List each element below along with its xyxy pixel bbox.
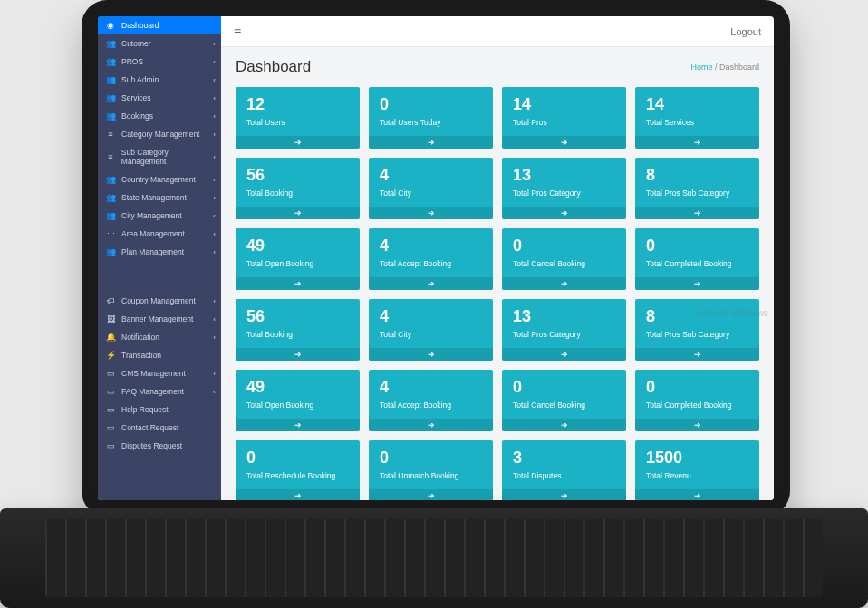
sidebar-item-bookings[interactable]: 👥Bookings‹ (98, 107, 221, 125)
sidebar-item-disputes-request[interactable]: ▭Disputes Request (98, 437, 221, 455)
chevron-left-icon: ‹ (213, 333, 216, 342)
stat-card[interactable]: 8Total Pros Sub Category➜ (635, 158, 759, 219)
sidebar-item-help-request[interactable]: ▭Help Request (98, 401, 221, 419)
device-keyboard (0, 508, 868, 608)
users-icon: 👥 (105, 175, 116, 184)
stat-card[interactable]: 4Total Accept Booking➜ (369, 228, 493, 290)
arrow-right-icon[interactable]: ➜ (635, 207, 759, 219)
sidebar-item-cutomer[interactable]: 👥Cutomer‹ (98, 34, 221, 53)
sidebar-item-category-management[interactable]: ≡Category Management‹ (98, 125, 221, 143)
arrow-right-icon[interactable]: ➜ (236, 489, 360, 500)
sidebar-item-country-management[interactable]: 👥Country Management‹ (98, 170, 221, 188)
faq-icon: ▭ (105, 387, 116, 396)
arrow-right-icon[interactable]: ➜ (369, 419, 493, 431)
arrow-right-icon[interactable]: ➜ (502, 136, 626, 149)
arrow-right-icon[interactable]: ➜ (635, 277, 759, 290)
arrow-right-icon[interactable]: ➜ (635, 348, 759, 361)
arrow-right-icon[interactable]: ➜ (369, 348, 493, 361)
stat-value: 0 (646, 237, 748, 254)
arrow-right-icon[interactable]: ➜ (369, 136, 493, 149)
stat-card[interactable]: 49Total Open Booking➜ (236, 370, 360, 431)
arrow-right-icon[interactable]: ➜ (236, 277, 360, 290)
breadcrumb-home-link[interactable]: Home (690, 63, 712, 72)
arrow-right-icon[interactable]: ➜ (369, 277, 493, 290)
stat-card[interactable]: 0Total Reschedule Booking➜ (236, 440, 360, 500)
stat-label: Total Pros Category (513, 330, 615, 339)
sidebar-item-sub-admin[interactable]: 👥Sub Admin‹ (98, 71, 221, 89)
sidebar-item-cms-management[interactable]: ▭CMS Management‹ (98, 364, 221, 382)
sidebar-item-contact-request[interactable]: ▭Contact Request (98, 419, 221, 437)
stat-card[interactable]: 0Total Cancel Booking➜ (502, 228, 626, 290)
arrow-right-icon[interactable]: ➜ (236, 136, 360, 149)
arrow-right-icon[interactable]: ➜ (635, 489, 759, 500)
stat-label: Total Completed Booking (646, 259, 748, 268)
stat-value: 0 (513, 379, 615, 395)
sidebar-item-label: State Management (121, 193, 187, 202)
stat-label: Total Users (246, 118, 349, 127)
stat-card[interactable]: 4Total Accept Booking➜ (369, 370, 493, 431)
stat-value: 4 (380, 308, 482, 324)
stat-label: Total Pros Sub Category (646, 330, 748, 339)
sidebar-item-pros[interactable]: 👥PROS‹ (98, 53, 221, 71)
arrow-right-icon[interactable]: ➜ (502, 277, 626, 290)
arrow-right-icon[interactable]: ➜ (236, 348, 360, 361)
cms-icon: ▭ (105, 369, 116, 378)
page-title: Dashboard (236, 58, 311, 76)
stat-card[interactable]: 1500Total Revenu➜ (635, 440, 759, 500)
sidebar-item-state-management[interactable]: 👥State Management‹ (98, 188, 221, 207)
sidebar-item-area-management[interactable]: ⋯Area Management‹ (98, 225, 221, 243)
stat-value: 1500 (646, 449, 748, 466)
stat-card[interactable]: 13Total Pros Category➜ (502, 299, 626, 361)
sidebar-item-transaction[interactable]: ⚡Transaction (98, 346, 221, 364)
arrow-right-icon[interactable]: ➜ (502, 419, 626, 431)
stat-label: Total Completed Booking (646, 401, 748, 410)
users-icon: 👥 (105, 111, 116, 121)
arrow-right-icon[interactable]: ➜ (502, 489, 626, 500)
logout-link[interactable]: Logout (730, 26, 761, 37)
arrow-right-icon[interactable]: ➜ (502, 348, 626, 361)
stat-card[interactable]: 0Total Users Today➜ (369, 87, 493, 149)
stat-card[interactable]: 4Total City➜ (369, 158, 493, 219)
sidebar-item-services[interactable]: 👥Services‹ (98, 89, 221, 107)
stat-card[interactable]: 13Total Pros Category➜ (502, 158, 626, 219)
sidebar-item-label: Plan Management (121, 247, 184, 256)
sidebar-item-sub-category-management[interactable]: ≡Sub Category Management‹ (98, 143, 221, 170)
stat-card[interactable]: 14Total Pros➜ (502, 87, 626, 149)
sidebar-item-city-management[interactable]: 👥City Management‹ (98, 207, 221, 225)
stat-card[interactable]: 3Total Disputes➜ (502, 440, 626, 500)
sidebar-item-plan-management[interactable]: 👥Plan Management‹ (98, 243, 221, 261)
arrow-right-icon[interactable]: ➜ (369, 207, 493, 219)
chevron-left-icon: ‹ (213, 248, 216, 256)
arrow-right-icon[interactable]: ➜ (635, 419, 759, 431)
stat-card[interactable]: 12Total Users➜ (236, 87, 360, 149)
arrow-right-icon[interactable]: ➜ (369, 489, 493, 500)
stat-card[interactable]: 14Total Services➜ (635, 87, 759, 149)
chevron-left-icon: ‹ (213, 194, 216, 202)
stat-card[interactable]: 49Total Open Booking➜ (236, 228, 360, 290)
sidebar-item-dashboard[interactable]: ◉Dashboard (98, 16, 221, 34)
users-icon: 👥 (105, 93, 116, 102)
stat-card[interactable]: 0Total Completed Booking➜ (635, 370, 759, 431)
arrow-right-icon[interactable]: ➜ (236, 207, 360, 219)
sidebar-item-banner-management[interactable]: 🖼Banner Management‹ (98, 310, 221, 328)
sidebar-item-coupon-management[interactable]: 🏷Coupon Management‹ (98, 292, 221, 310)
sidebar-item-faq-management[interactable]: ▭FAQ Management‹ (98, 382, 221, 401)
menu-toggle-icon[interactable]: ≡ (234, 24, 241, 39)
stat-label: Total City (380, 330, 482, 339)
stat-card[interactable]: 0Total Unmatch Booking➜ (369, 440, 493, 500)
arrow-right-icon[interactable]: ➜ (236, 419, 360, 431)
stat-card[interactable]: 8Total Pros Sub Category➜ (635, 299, 759, 361)
sidebar-item-notification[interactable]: 🔔Notification‹ (98, 328, 221, 346)
stat-card[interactable]: 0Total Completed Booking➜ (635, 228, 759, 290)
stat-card[interactable]: 0Total Cancel Booking➜ (502, 370, 626, 431)
arrow-right-icon[interactable]: ➜ (635, 136, 759, 149)
stat-label: Total Revenu (646, 471, 748, 480)
stat-value: 13 (513, 308, 615, 324)
users-icon: 👥 (105, 57, 116, 66)
stat-card[interactable]: 4Total City➜ (369, 299, 493, 361)
dots-icon: ⋯ (105, 229, 116, 238)
stat-card[interactable]: 56Total Booking➜ (236, 299, 360, 361)
arrow-right-icon[interactable]: ➜ (502, 207, 626, 219)
dashboard-icon: ◉ (105, 21, 116, 30)
stat-card[interactable]: 56Total Booking➜ (236, 158, 360, 219)
